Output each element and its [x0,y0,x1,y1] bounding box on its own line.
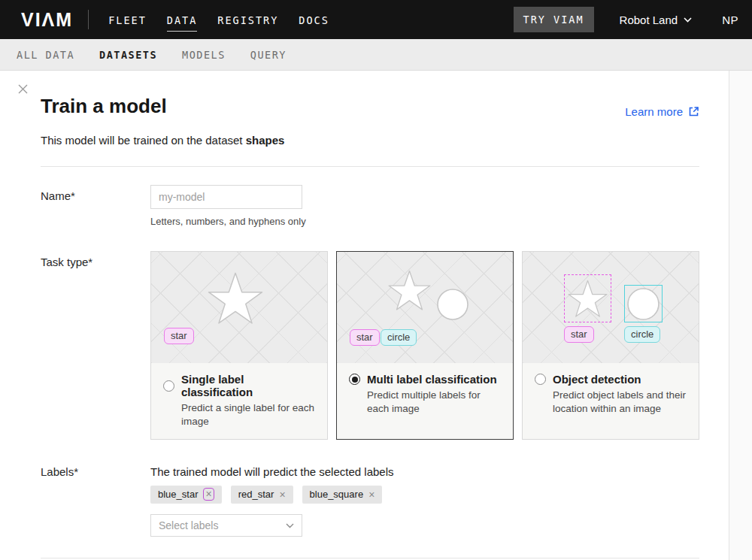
star-shape [568,280,608,318]
label-chip: blue_square × [302,486,383,504]
select-labels-dropdown[interactable]: Select labels [150,514,302,537]
top-nav-items: FLEET DATA REGISTRY DOCS [108,8,329,32]
divider-bottom [41,558,699,558]
star-shape [208,271,263,325]
object-detection-title: Object detection [553,373,641,386]
labels-field-group: The trained model will predict the selec… [150,461,394,537]
circle-tag: circle [381,329,417,346]
single-label-description: Predict a single label for each image [181,401,315,428]
object-detection-description: Predict object labels and their location… [553,389,687,416]
multi-label-title: Multi label classification [367,373,497,386]
star-tag: star [564,326,594,343]
chevron-down-icon [684,17,692,23]
intro-prefix: This model will be trained on the datase… [41,134,246,147]
select-labels-placeholder: Select labels [159,519,218,531]
page-background-strip [729,71,752,560]
label-chip: red_star × [231,486,293,504]
dialog-header: Train a model Learn more [41,95,699,118]
intro-text: This model will be trained on the datase… [41,134,699,147]
page-title: Train a model [41,95,167,118]
chip-label: red_star [238,489,274,500]
dialog-content: Train a model Learn more This model will… [41,71,699,560]
nav-item-fleet[interactable]: FLEET [108,8,147,32]
single-label-radio[interactable] [163,380,174,392]
object-detection-radio[interactable] [535,374,546,385]
subnav-item-all-data[interactable]: ALL DATA [17,49,74,61]
org-label: Robot Land [620,14,678,26]
top-nav: VIΛM FLEET DATA REGISTRY DOCS TRY VIAM R… [0,0,752,39]
user-avatar[interactable]: NP [722,14,738,26]
org-dropdown[interactable]: Robot Land [620,14,693,26]
task-type-label: Task type* [41,251,150,440]
remove-label-icon[interactable]: × [368,489,374,500]
labels-row: Labels* The trained model will predict t… [41,461,699,537]
remove-label-icon[interactable]: × [279,489,285,500]
label-chip: blue_star × [150,486,222,504]
remove-label-icon[interactable]: × [203,488,214,501]
train-model-panel: Train a model Learn more This model will… [0,71,752,560]
name-row: Name* Letters, numbers, and hyphens only [41,185,699,227]
try-viam-button[interactable]: TRY VIAM [514,7,594,32]
circle-shape [437,289,468,320]
nav-item-docs[interactable]: DOCS [299,8,329,32]
close-icon[interactable] [18,84,28,94]
labels-description: The trained model will predict the selec… [150,461,394,478]
dataset-name: shapes [246,134,285,147]
chip-label: blue_square [310,489,364,500]
star-tag: star [350,329,380,346]
single-label-option: Single label classification Predict a si… [151,363,327,439]
data-sub-nav: ALL DATA DATASETS MODELS QUERY [0,39,752,71]
nav-divider [88,10,89,29]
multi-label-description: Predict multiple labels for each image [367,389,501,416]
external-link-icon [688,106,699,117]
selected-label-chips: blue_star × red_star × blue_square × [150,486,394,504]
task-type-row: Task type* star [41,251,699,440]
subnav-item-query[interactable]: QUERY [250,49,287,61]
object-detection-option: Object detection Predict object labels a… [523,363,699,426]
learn-more-label: Learn more [625,105,683,118]
chip-label: blue_star [158,489,198,500]
labels-label: Labels* [41,461,150,537]
task-card-single-label[interactable]: star Single label classification Predict… [150,251,328,440]
star-shape [388,270,431,311]
subnav-item-models[interactable]: MODELS [182,49,226,61]
star-tag: star [164,328,194,344]
model-name-input[interactable] [150,185,302,209]
multi-label-radio[interactable] [349,374,360,385]
task-card-object-detection[interactable]: star circle Object detection Predict obj… [522,251,699,440]
multi-label-preview-image: star circle [337,252,513,363]
circle-shape [627,288,660,320]
single-label-preview-image: star [151,252,327,363]
multi-label-option: Multi label classification Predict multi… [337,363,513,426]
nav-item-registry[interactable]: REGISTRY [217,8,278,32]
name-field-group: Letters, numbers, and hyphens only [150,185,306,227]
nav-item-data[interactable]: DATA [167,8,198,32]
name-label: Name* [41,185,150,227]
chevron-down-icon [286,523,294,528]
object-detection-preview-image: star circle [523,252,699,363]
learn-more-link[interactable]: Learn more [625,105,699,118]
divider-top [41,166,699,167]
viam-logo[interactable]: VIΛM [21,9,73,31]
name-helper-text: Letters, numbers, and hyphens only [150,216,306,227]
task-type-cards: star Single label classification Predict… [150,251,699,440]
single-label-title: Single label classification [181,373,315,398]
circle-tag: circle [624,326,660,343]
task-card-multi-label[interactable]: star circle Multi label classification P… [336,251,514,440]
subnav-item-datasets[interactable]: DATASETS [99,49,157,61]
